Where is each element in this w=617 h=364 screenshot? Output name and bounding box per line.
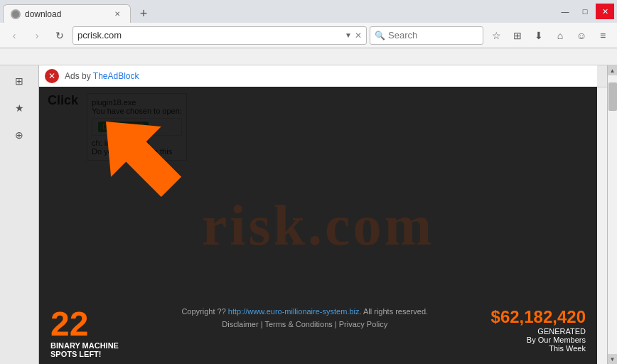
arrow-graphic [82, 101, 181, 193]
menu-icon[interactable]: ≡ [593, 26, 613, 46]
navigation-bar: ‹ › ↻ ▼ ✕ 🔍 ☆ ⊞ ⬇ ⌂ ☺ ≡ [0, 23, 617, 48]
search-bar-container: 🔍 [370, 26, 483, 45]
tab-close-button[interactable]: ✕ [112, 9, 123, 20]
ad-right-stats: $62,182,420 GENERATED By Our Members Thi… [491, 307, 586, 353]
browser-chrome: download ✕ + — □ ✕ ‹ › ↻ ▼ ✕ 🔍 ☆ ⊞ ⬇ ⌂ [0, 0, 617, 65]
bookmark-icon[interactable]: ☆ [486, 26, 506, 46]
ad-popup-header: ✕ Ads by TheAdBlock [39, 65, 597, 87]
page-content: Video Update Recommended ▲ Click plugin1… [39, 65, 607, 364]
address-bar-container: ▼ ✕ [73, 26, 367, 45]
sidebar-extensions-icon[interactable]: ⊕ [6, 122, 32, 148]
ad-label: Ads by TheAdBlock [65, 71, 139, 81]
ad-left-stats: 22 BINARY MACHINE SPOTS LEFT! [50, 307, 119, 358]
ad-advertiser-link[interactable]: TheAdBlock [93, 71, 139, 81]
svg-point-0 [12, 11, 19, 18]
spots-label-line2: SPOTS LEFT! [50, 350, 119, 358]
spots-label-line1: BINARY MACHINE [50, 341, 119, 350]
forward-button[interactable]: › [27, 26, 47, 46]
scroll-up-button[interactable]: ▲ [608, 65, 618, 75]
home-icon[interactable]: ⌂ [550, 26, 570, 46]
tab-title: download [25, 9, 61, 19]
scroll-track[interactable] [608, 75, 618, 354]
refresh-button[interactable]: ↻ [50, 26, 70, 46]
privacy-link[interactable]: Privacy Policy [339, 320, 387, 328]
address-clear-button[interactable]: ✕ [355, 31, 362, 41]
profile-icon[interactable]: ☺ [572, 26, 591, 46]
address-bar-input[interactable] [77, 30, 342, 41]
sidebar-bookmarks-icon[interactable]: ★ [6, 95, 32, 121]
search-icon: 🔍 [375, 31, 385, 41]
minimize-button[interactable]: — [556, 4, 574, 19]
search-input[interactable] [388, 30, 478, 41]
window-controls: — □ ✕ [556, 4, 614, 19]
ad-close-button[interactable]: ✕ [45, 69, 59, 83]
terms-link[interactable]: Terms & Conditions [264, 320, 332, 328]
copyright-text: Copyright ?? http://www.euro-millionaire… [133, 307, 477, 316]
back-button[interactable]: ‹ [4, 26, 24, 46]
scroll-down-button[interactable]: ▼ [608, 354, 618, 364]
close-button[interactable]: ✕ [596, 4, 614, 19]
spots-number: 22 [50, 307, 119, 341]
ad-bottom-section: 22 BINARY MACHINE SPOTS LEFT! Copyright … [39, 301, 597, 364]
ad-content: risk.com 22 [39, 87, 597, 364]
disclaimer-link[interactable]: Disclaimer [222, 320, 258, 328]
ad-popup: ✕ Ads by TheAdBlock risk.com [39, 65, 597, 364]
sidebar: ⊞ ★ ⊕ [0, 65, 39, 364]
history-icon[interactable]: ⊞ [508, 26, 527, 46]
maximize-button[interactable]: □ [576, 4, 594, 19]
watermark-text: risk.com [202, 193, 435, 258]
sidebar-apps-icon[interactable]: ⊞ [6, 68, 32, 94]
ad-center-text: Copyright ?? http://www.euro-millionaire… [119, 307, 491, 328]
copyright-link[interactable]: http://www.euro-millionaire-system.biz. [228, 307, 362, 316]
scroll-thumb[interactable] [608, 82, 617, 111]
title-bar: download ✕ + — □ ✕ [0, 0, 617, 23]
bookmarks-bar [0, 48, 617, 65]
active-tab[interactable]: download ✕ [3, 4, 131, 23]
toolbar-icons: ☆ ⊞ ⬇ ⌂ ☺ ≡ [486, 26, 613, 46]
address-dropdown-icon[interactable]: ▼ [345, 31, 352, 39]
footer-links: Disclaimer | Terms & Conditions | Privac… [133, 320, 477, 328]
this-week-label: This Week [491, 344, 586, 353]
vertical-scrollbar: ▲ ▼ [607, 65, 617, 364]
browser-content: ⊞ ★ ⊕ Video Update Recommended ▲ Click p… [0, 65, 617, 364]
by-members-label: By Our Members [491, 336, 586, 344]
new-tab-button[interactable]: + [134, 4, 154, 23]
download-icon[interactable]: ⬇ [529, 26, 549, 46]
svg-marker-2 [82, 101, 195, 208]
tab-bar: download ✕ + [3, 0, 556, 23]
tab-favicon [11, 9, 21, 19]
money-amount: $62,182,420 [491, 307, 586, 327]
generated-label: GENERATED [491, 327, 586, 336]
